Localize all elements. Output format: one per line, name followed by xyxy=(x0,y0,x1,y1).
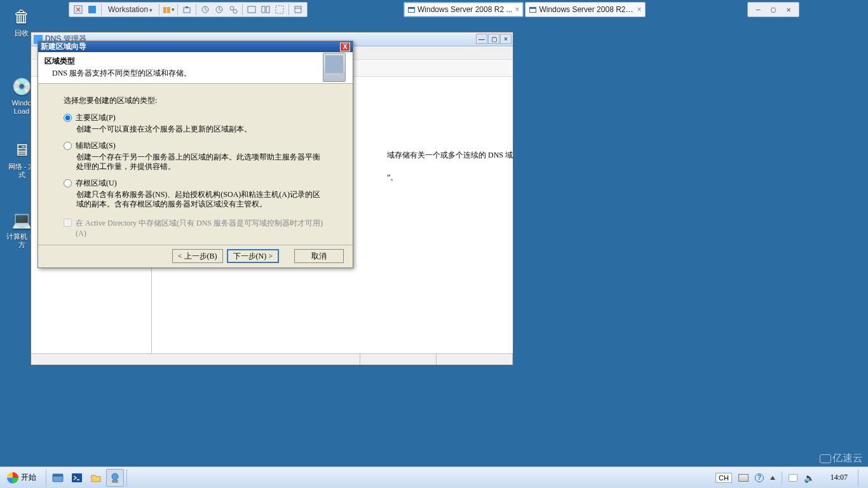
radio-primary-zone-desc: 创建一个可以直接在这个服务器上更新的区域副本。 xyxy=(76,125,327,134)
wizard-header: 区域类型 DNS 服务器支持不同类型的区域和存储。 xyxy=(38,52,353,84)
vm-window-controls: — ▢ ✕ xyxy=(747,2,799,17)
svg-rect-18 xyxy=(112,480,118,482)
ad-store-checkbox-row: 在 Active Directory 中存储区域(只有 DNS 服务器是可写域控… xyxy=(64,218,327,238)
radio-primary-zone[interactable]: 主要区域(P) xyxy=(64,112,327,123)
svg-rect-1 xyxy=(88,6,96,13)
radio-secondary-zone-desc: 创建一个存在于另一个服务器上的区域的副本。此选项帮助主服务器平衡处理的工作量，并… xyxy=(76,152,327,172)
windows-icon xyxy=(408,7,415,13)
clock[interactable]: 14:07 xyxy=(821,473,848,482)
desktop-icon-glyph: 🗑 xyxy=(10,5,33,28)
svg-rect-2 xyxy=(184,8,190,13)
wizard-title: 新建区域向导 xyxy=(41,41,340,52)
keyboard-icon[interactable] xyxy=(738,474,749,482)
vm-pause-icon[interactable]: ▮▮▾ xyxy=(162,3,175,16)
vm-fullscreen-icon[interactable] xyxy=(86,3,98,16)
svg-point-6 xyxy=(230,6,234,10)
dns-bg-text-2: ”。 xyxy=(387,172,398,183)
ime-lang[interactable]: CH xyxy=(715,473,732,483)
next-button[interactable]: 下一步(N) > xyxy=(227,249,279,263)
radio-primary-zone-input[interactable] xyxy=(64,114,72,122)
radio-secondary-zone-label: 辅助区域(S) xyxy=(76,140,116,151)
vm-snap-mgr-icon[interactable] xyxy=(227,3,240,16)
radio-secondary-zone[interactable]: 辅助区域(S) xyxy=(64,140,327,151)
svg-rect-3 xyxy=(186,6,188,8)
dns-bg-text-1: 域存储有关一个或多个连续的 DNS 域 xyxy=(387,150,513,161)
vm-tabs: Windows Server 2008 R2 ... × Windows Ser… xyxy=(403,2,646,17)
desktop: Workstation▾ ▮▮▾ Windows Server 2008 R2 … xyxy=(0,0,868,488)
vm-unity-icon[interactable] xyxy=(273,3,286,16)
radio-stub-zone-label: 存根区域(U) xyxy=(76,178,117,189)
wizard-prompt: 选择您要创建的区域的类型: xyxy=(64,95,327,106)
watermark: 亿速云 xyxy=(820,452,863,465)
windows-icon xyxy=(529,7,536,13)
wizard-footer: < 上一步(B) 下一步(N) > 取消 xyxy=(38,245,353,268)
ad-store-label: 在 Active Directory 中存储区域(只有 DNS 服务器是可写域控… xyxy=(76,218,327,238)
windows-orb-icon xyxy=(7,472,18,484)
close-icon[interactable]: × xyxy=(515,5,519,14)
ql-dns-icon[interactable] xyxy=(106,469,124,487)
radio-stub-zone-desc: 创建只含有名称服务器(NS)、起始授权机构(SOA)和粘连主机(A)记录的区域的… xyxy=(76,190,327,209)
close-icon[interactable]: ✕ xyxy=(783,6,794,13)
radio-primary-zone-label: 主要区域(P) xyxy=(76,112,116,123)
svg-rect-9 xyxy=(262,6,265,13)
svg-rect-15 xyxy=(53,474,63,477)
start-label: 开始 xyxy=(21,472,36,483)
action-flag-icon[interactable] xyxy=(789,474,797,482)
ql-powershell-icon[interactable] xyxy=(68,469,86,487)
vm-library-icon[interactable] xyxy=(292,3,304,16)
ime-options-icon[interactable] xyxy=(770,476,775,480)
new-zone-wizard: 新建区域向导 X 区域类型 DNS 服务器支持不同类型的区域和存储。 选择您要创… xyxy=(37,41,353,268)
cloud-icon xyxy=(820,454,831,463)
dns-statusbar xyxy=(31,353,513,365)
vm-snap1-icon[interactable] xyxy=(199,3,212,16)
vm-view1-icon[interactable] xyxy=(245,3,258,16)
radio-stub-zone-input[interactable] xyxy=(64,179,72,187)
server-icon xyxy=(323,53,346,82)
close-icon[interactable]: × xyxy=(500,34,512,44)
maximize-icon[interactable]: ▢ xyxy=(488,34,499,44)
vm-tab-1[interactable]: Windows Server 2008 R2 ... × xyxy=(403,2,524,17)
vm-tools-icon[interactable] xyxy=(72,3,85,16)
minimize-icon[interactable]: — xyxy=(476,34,487,44)
watermark-text: 亿速云 xyxy=(832,452,863,465)
svg-rect-11 xyxy=(276,6,283,13)
vm-snap2-icon[interactable] xyxy=(213,3,226,16)
show-desktop-button[interactable] xyxy=(858,470,863,486)
ql-explorer-icon[interactable] xyxy=(87,469,105,487)
desktop-icon-glyph: 🖥 xyxy=(10,139,33,161)
vm-tab-1-label: Windows Server 2008 R2 ... xyxy=(417,5,512,14)
close-icon[interactable]: X xyxy=(340,43,350,51)
svg-rect-10 xyxy=(266,6,269,13)
desktop-icon-glyph: 💻 xyxy=(10,208,33,231)
start-button[interactable]: 开始 xyxy=(1,469,42,487)
restore-icon[interactable]: ▢ xyxy=(768,6,778,13)
vm-tab-2[interactable]: Windows Server 2008 R2 x64... × xyxy=(525,2,646,17)
vm-toolbar: Workstation▾ ▮▮▾ xyxy=(69,2,308,17)
back-button[interactable]: < 上一步(B) xyxy=(172,249,223,263)
minimize-icon[interactable]: — xyxy=(753,6,763,13)
cancel-button[interactable]: 取消 xyxy=(294,249,344,263)
svg-point-17 xyxy=(112,473,118,480)
vm-snapshot-take-icon[interactable] xyxy=(180,3,193,16)
radio-stub-zone[interactable]: 存根区域(U) xyxy=(64,178,327,189)
vm-menu-workstation[interactable]: Workstation▾ xyxy=(104,5,156,14)
close-icon[interactable]: × xyxy=(637,5,641,14)
wizard-subheading: DNS 服务器支持不同类型的区域和存储。 xyxy=(52,68,309,79)
svg-rect-8 xyxy=(248,6,255,13)
vm-view2-icon[interactable] xyxy=(259,3,272,16)
help-icon[interactable]: ? xyxy=(755,473,764,482)
svg-rect-12 xyxy=(295,6,301,13)
svg-point-7 xyxy=(233,10,237,13)
wizard-titlebar[interactable]: 新建区域向导 X xyxy=(38,41,353,52)
radio-secondary-zone-input[interactable] xyxy=(64,142,72,150)
desktop-icon-glyph: 💿 xyxy=(10,75,33,98)
quick-launch xyxy=(46,469,127,487)
taskbar: 开始 CH ? 🔈 14:07 xyxy=(0,466,868,488)
vm-tab-2-label: Windows Server 2008 R2 x64... xyxy=(539,5,634,14)
ql-server-manager-icon[interactable] xyxy=(49,469,67,487)
system-tray: CH ? 🔈 14:07 xyxy=(710,467,868,488)
speaker-icon[interactable]: 🔈 xyxy=(804,473,815,483)
ad-store-checkbox xyxy=(64,219,72,227)
wizard-body: 选择您要创建的区域的类型: 主要区域(P) 创建一个可以直接在这个服务器上更新的… xyxy=(38,84,353,245)
wizard-heading: 区域类型 xyxy=(44,56,309,67)
